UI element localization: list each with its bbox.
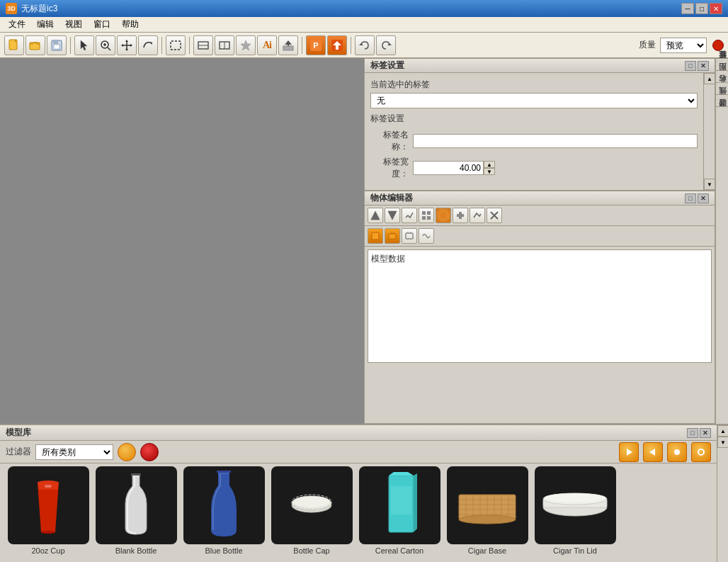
obj-editor-header: 物体编辑器 □ ✕ (365, 191, 715, 206)
export-button[interactable] (278, 35, 298, 55)
obj-btn-7[interactable] (470, 208, 485, 223)
model-thumb-2 (183, 466, 265, 544)
nav-circle-btn[interactable] (667, 442, 687, 462)
tag-panel-content: 当前选中的标签 无 标签设置 标签名称： (365, 73, 703, 190)
obj-btn-8[interactable] (487, 208, 502, 223)
bottom-scroll-down[interactable]: ▼ (717, 437, 728, 448)
import2-button[interactable] (327, 35, 347, 55)
svg-rect-4 (53, 40, 58, 44)
bottom-scroll-up[interactable]: ▲ (717, 425, 728, 437)
obj-btn-10[interactable] (385, 228, 400, 244)
obj-btn-6[interactable] (453, 208, 468, 223)
obj-btn-2[interactable] (385, 208, 400, 223)
tag-settings-title: 标签设置 (370, 60, 683, 72)
obj-btn-11[interactable] (402, 228, 417, 244)
menu-help[interactable]: 帮助 (116, 17, 144, 32)
side-tab-2[interactable]: 名称 (716, 82, 728, 94)
bottom-scrollbar: ▲ ▼ (717, 425, 728, 562)
scroll-up-arrow[interactable]: ▲ (704, 73, 715, 84)
minimize-button[interactable]: ─ (681, 3, 694, 14)
side-tab-4[interactable]: 管理器 (716, 106, 728, 118)
tool2-button[interactable] (215, 35, 234, 55)
pointer-button[interactable] (74, 35, 94, 55)
svg-point-53 (41, 531, 55, 534)
side-tab-0[interactable]: 标签设置 (716, 58, 728, 70)
tag-settings-restore[interactable]: □ (685, 61, 696, 71)
nav-right-btn[interactable] (619, 442, 639, 462)
tag-name-input[interactable] (413, 134, 698, 148)
redo-button[interactable] (376, 35, 396, 55)
obj-data-area: 模型数据 (368, 249, 712, 363)
scroll-down-arrow[interactable]: ▼ (704, 179, 715, 190)
obj-btn-5[interactable] (436, 208, 451, 223)
obj-editor-close[interactable]: ✕ (698, 193, 709, 203)
menu-view[interactable]: 视图 (59, 17, 88, 32)
model-library-restore[interactable]: □ (687, 428, 698, 438)
open-button[interactable] (25, 35, 45, 55)
model-item-3[interactable]: Bottle Cap (269, 466, 354, 561)
current-tag-select[interactable]: 无 (370, 93, 698, 108)
model-item-1[interactable]: Blank Bottle (93, 466, 178, 561)
sep2 (161, 37, 162, 54)
import1-button[interactable]: P (306, 35, 326, 55)
obj-btn-3[interactable] (402, 208, 417, 223)
model-name-0: 20oz Cup (31, 546, 64, 555)
object-editor-panel: 物体编辑器 □ ✕ (364, 191, 715, 424)
filter-orange-btn[interactable] (118, 443, 136, 461)
obj-toolbar-1 (365, 206, 715, 226)
close-button[interactable]: ✕ (710, 3, 722, 14)
tag-width-down[interactable]: ▼ (484, 168, 495, 175)
new-button[interactable] (4, 35, 24, 55)
canvas-area[interactable] (0, 58, 364, 424)
tag-width-input[interactable]: 40.00 (413, 161, 484, 175)
filter-select[interactable]: 所有类别 (35, 444, 113, 460)
save-button[interactable] (47, 35, 67, 55)
pan-button[interactable] (117, 35, 137, 55)
record-button[interactable] (712, 40, 724, 51)
obj-btn-1[interactable] (368, 208, 383, 223)
rect-button[interactable] (166, 35, 186, 55)
model-item-4[interactable]: Cereal Carton (357, 466, 442, 561)
panels-column: 标签设置 □ ✕ 当前选中的标签 无 (364, 58, 715, 424)
model-item-5[interactable]: Cigar Base (445, 466, 530, 561)
model-library-area: 模型库 □ ✕ 过滤器 所有类别 (0, 424, 728, 562)
tool1-button[interactable] (193, 35, 213, 55)
menu-edit[interactable]: 编辑 (31, 17, 59, 32)
tag-name-label: 标签名称： (370, 129, 413, 153)
model-item-2[interactable]: Blue Bottle (181, 466, 266, 561)
quality-select[interactable]: 预览 标准 高质量 (660, 38, 707, 53)
model-item-0[interactable]: 20oz Cup (6, 466, 91, 561)
tag-width-up[interactable]: ▲ (484, 161, 495, 168)
svg-marker-23 (285, 40, 292, 46)
nav-left-btn[interactable] (643, 442, 663, 462)
model-library-close[interactable]: ✕ (700, 428, 711, 438)
obj-editor-restore[interactable]: □ (685, 193, 696, 203)
model-thumb-5 (447, 466, 528, 544)
obj-btn-9[interactable] (368, 228, 383, 244)
ai-button[interactable]: Ai (257, 35, 277, 55)
tag-panel-wrapper: 当前选中的标签 无 标签设置 标签名称： (365, 73, 715, 190)
obj-btn-4[interactable] (419, 208, 434, 223)
nav-ring-btn[interactable] (691, 442, 711, 462)
restore-button[interactable]: □ (695, 3, 708, 14)
zoom-button[interactable] (96, 35, 115, 55)
side-tab-1[interactable]: 图层 (716, 70, 728, 82)
tag-settings-close[interactable]: ✕ (698, 61, 709, 71)
menu-window[interactable]: 窗口 (88, 17, 116, 32)
menu-file[interactable]: 文件 (3, 17, 31, 32)
side-tab-3[interactable]: 属性 (716, 94, 728, 106)
orbit-button[interactable] (138, 35, 158, 55)
star-button[interactable] (236, 35, 256, 55)
obj-toolbar-2 (365, 226, 715, 247)
model-library-title: 模型库 (6, 427, 686, 439)
bottom-area-inner: 模型库 □ ✕ 过滤器 所有类别 (0, 425, 728, 562)
current-tag-label: 当前选中的标签 (370, 79, 698, 91)
tag-width-label: 标签宽度： (370, 156, 413, 180)
model-item-6[interactable]: Cigar Tin Lid (533, 466, 618, 561)
svg-rect-33 (427, 211, 431, 215)
obj-btn-12[interactable] (419, 228, 434, 244)
model-grid: 20oz Cup Blank Bottle (0, 463, 717, 562)
undo-button[interactable] (355, 35, 375, 55)
filter-red-btn[interactable] (140, 443, 159, 461)
svg-point-36 (440, 212, 447, 219)
